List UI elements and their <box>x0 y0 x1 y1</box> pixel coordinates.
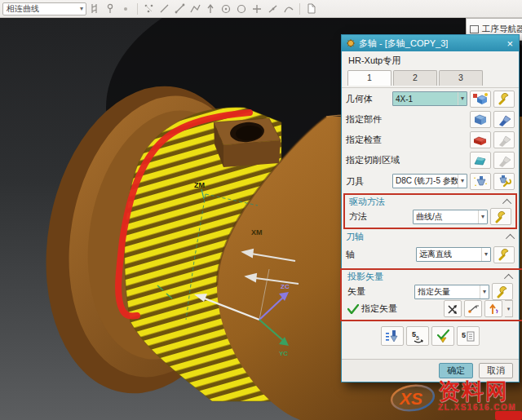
cancel-button[interactable]: 取消 <box>479 363 513 378</box>
dialog-title-bar[interactable]: 多轴 - [多轴_COPY_3] × <box>342 35 519 51</box>
projection-vector-header[interactable]: 投影矢量 <box>343 271 517 283</box>
check-body-icon <box>472 134 489 147</box>
arc-icon[interactable] <box>281 2 295 15</box>
vector-point-dialog-button[interactable] <box>464 300 482 317</box>
axis-label: 轴 <box>346 249 414 261</box>
point-cluster-icon[interactable] <box>142 2 156 15</box>
verify-toolpath-button[interactable] <box>431 326 454 346</box>
edit-axis-button[interactable] <box>493 246 515 263</box>
geometry-label: 几何体 <box>346 93 390 105</box>
method-dropdown[interactable]: 曲线/点 ▾ <box>413 210 488 224</box>
curve-rule-value: 相连曲线 <box>7 3 39 15</box>
tab-2[interactable]: 2 <box>393 70 437 86</box>
navigator-title: 工序导航器 <box>482 24 522 35</box>
fence-selection-icon[interactable] <box>88 2 102 15</box>
vector-dropdown[interactable]: 指定矢量 ▾ <box>414 285 489 299</box>
new-geometry-icon <box>472 92 489 105</box>
projection-vector-title: 投影矢量 <box>347 271 383 283</box>
select-check-button[interactable] <box>493 131 515 148</box>
tab-3[interactable]: 3 <box>439 70 483 86</box>
geometry-value: 4X-1 <box>396 95 413 104</box>
line-icon[interactable] <box>157 2 171 15</box>
specify-cut-area-label: 指定切削区域 <box>346 154 467 166</box>
tool-axis-header[interactable]: 刀轴 <box>342 230 519 244</box>
geometry-dropdown[interactable]: 4X-1 ▾ <box>392 91 467 106</box>
axis-value: 远离直线 <box>419 249 452 260</box>
page-icon[interactable] <box>304 2 318 15</box>
plus-icon[interactable] <box>250 2 264 15</box>
specify-check-label: 指定检查 <box>346 134 467 146</box>
specify-part-button[interactable] <box>470 111 491 128</box>
collapse-chevron-icon[interactable] <box>502 198 511 207</box>
generate-icon <box>384 329 400 343</box>
watermark-site-name: 资料网 <box>438 381 509 403</box>
drive-method-title: 驱动方法 <box>349 196 385 208</box>
new-tool-icon <box>472 175 489 188</box>
list-icon: 5 <box>460 329 476 343</box>
method-value: 曲线/点 <box>416 211 443 223</box>
vector-label: 矢量 <box>347 285 412 298</box>
specify-check-row: 指定检查 <box>342 130 519 150</box>
drive-method-header[interactable]: 驱动方法 <box>345 196 515 208</box>
svg-text:5: 5 <box>416 335 419 341</box>
flashlight-icon <box>496 113 512 126</box>
curve-rule-dropdown[interactable]: 相连曲线 ▾ <box>2 2 86 15</box>
toolbar-separator <box>299 3 300 15</box>
edit-method-button[interactable] <box>490 208 511 225</box>
vector-row: 矢量 指定矢量 ▾ <box>343 283 517 300</box>
snap-point-icon[interactable] <box>104 2 117 15</box>
zm-label: ZM <box>194 181 205 189</box>
arrow-up-icon[interactable] <box>204 2 218 15</box>
select-part-button[interactable] <box>493 111 515 128</box>
specify-check-button[interactable] <box>470 131 491 148</box>
specify-cut-area-button[interactable] <box>470 152 491 169</box>
watermark-badge <box>495 411 522 420</box>
vector-type-dropdown[interactable]: ▾ <box>505 300 513 317</box>
generate-toolpath-button[interactable] <box>381 326 404 346</box>
vector-zc-axis-button[interactable] <box>484 300 502 317</box>
collapse-chevron-icon[interactable] <box>504 273 513 282</box>
polyline-icon[interactable] <box>188 2 202 15</box>
watermark-logo: XS <box>389 381 436 415</box>
new-geometry-button[interactable] <box>470 91 491 108</box>
list-toolpath-button[interactable]: 5 <box>457 326 480 346</box>
edit-tool-button[interactable] <box>493 173 515 190</box>
edit-tool-icon <box>496 175 512 188</box>
drive-method-highlight: 驱动方法 方法 曲线/点 ▾ <box>343 193 517 229</box>
options-dot-icon[interactable] <box>119 2 133 15</box>
replay-toolpath-button[interactable]: 5 5 <box>406 326 429 346</box>
action-button-row: 5 5 5 <box>342 326 519 346</box>
specify-cut-area-row: 指定切削区域 <box>342 150 519 170</box>
diagonal-point-icon[interactable] <box>266 2 280 15</box>
collapse-chevron-icon[interactable] <box>506 233 515 242</box>
circle-center-icon[interactable] <box>219 2 233 15</box>
chevron-down-icon: ▾ <box>77 5 86 12</box>
tool-axis-title: 刀轴 <box>346 231 364 243</box>
profile-label: HR-Xutp专用 <box>342 51 519 68</box>
circle-icon[interactable] <box>235 2 249 15</box>
wrench-icon <box>497 248 511 261</box>
tab-1[interactable]: 1 <box>347 70 392 86</box>
toolbar-separator <box>137 3 138 15</box>
select-cut-area-button[interactable] <box>493 152 515 169</box>
vector-inferred-button[interactable] <box>444 300 462 317</box>
ok-button[interactable]: 确定 <box>439 363 473 378</box>
new-tool-button[interactable] <box>470 173 491 190</box>
xm-label: XM <box>251 228 263 237</box>
watermark-logo-text: XS <box>399 389 422 408</box>
tool-dropdown[interactable]: D8C (铣刀-5 参数 ▾ <box>392 174 467 188</box>
line-two-point-icon[interactable] <box>173 2 187 15</box>
close-icon[interactable]: × <box>505 38 515 49</box>
tool-label: 刀具 <box>346 175 390 188</box>
wrench-icon <box>493 210 508 223</box>
chevron-down-icon: ▾ <box>458 92 467 105</box>
edit-vector-button[interactable] <box>492 283 513 300</box>
method-label: 方法 <box>349 210 410 223</box>
flashlight-disabled-icon <box>496 134 512 147</box>
yc-label: YC <box>279 350 288 357</box>
edit-geometry-button[interactable] <box>493 91 515 108</box>
projection-vector-highlight: 投影矢量 矢量 指定矢量 ▾ 指定矢量 <box>340 268 522 321</box>
zc-axis-arrow-icon <box>487 303 500 315</box>
axis-dropdown[interactable]: 远离直线 ▾ <box>416 247 491 262</box>
vector-cross-icon <box>446 303 459 315</box>
